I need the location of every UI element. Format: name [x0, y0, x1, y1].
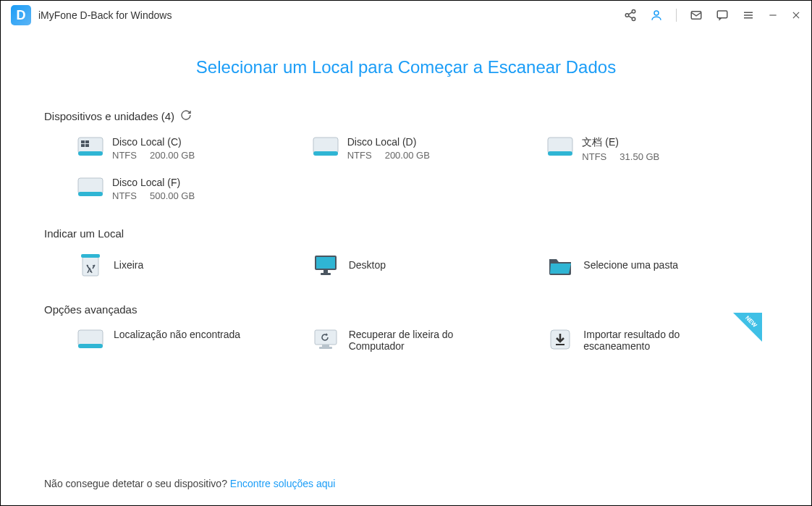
svg-rect-15 — [78, 151, 103, 156]
svg-rect-20 — [313, 138, 338, 153]
close-icon[interactable] — [791, 10, 801, 20]
svg-point-1 — [625, 14, 629, 17]
adv-label: Localização não encontrada — [114, 329, 240, 340]
locations-grid: Lixeira Desktop Selecione uma pasta — [44, 253, 768, 277]
svg-rect-39 — [319, 347, 332, 349]
recover-bin-icon — [313, 329, 339, 350]
titlebar-icons — [624, 9, 801, 22]
location-select-folder[interactable]: Selecione uma pasta — [547, 253, 768, 277]
adv-label: Recuperar de lixeira do Computador — [349, 329, 479, 352]
svg-point-2 — [632, 17, 635, 21]
desktop-icon — [313, 253, 339, 277]
location-label: Desktop — [349, 259, 386, 271]
svg-rect-21 — [313, 151, 338, 156]
menu-icon[interactable] — [742, 9, 755, 22]
svg-rect-38 — [322, 345, 329, 347]
share-icon[interactable] — [624, 9, 637, 22]
locations-heading: Indicar um Local — [44, 227, 768, 240]
svg-point-0 — [632, 10, 635, 14]
advanced-grid: Localização não encontrada Recuperar de … — [44, 329, 768, 352]
svg-point-5 — [654, 11, 659, 15]
user-icon[interactable] — [650, 9, 663, 22]
feedback-icon[interactable] — [716, 9, 729, 22]
footer: Não consegue detetar o seu dispositivo? … — [44, 478, 335, 489]
svg-rect-36 — [78, 344, 103, 348]
svg-rect-18 — [81, 144, 85, 147]
svg-rect-23 — [548, 151, 572, 156]
drive-size: 500.00 GB — [150, 190, 195, 201]
location-label: Lixeira — [114, 259, 143, 271]
drive-title: Disco Local (F) — [112, 177, 195, 188]
devices-heading: Dispositivos e unidades (4) — [44, 109, 768, 123]
page-title: Selecionar um Local para Começar a Escan… — [44, 57, 768, 77]
drive-e[interactable]: 文档 (E) NTFS31.50 GB — [547, 136, 768, 162]
drive-d[interactable]: Disco Local (D) NTFS200.00 GB — [313, 136, 533, 162]
svg-rect-19 — [85, 144, 89, 147]
svg-rect-33 — [323, 270, 328, 273]
drive-icon — [547, 136, 573, 158]
location-recycle-bin[interactable]: Lixeira — [77, 253, 298, 277]
drive-fs: NTFS — [582, 151, 619, 162]
svg-rect-35 — [78, 330, 103, 346]
download-icon — [547, 329, 573, 350]
svg-rect-25 — [78, 192, 103, 196]
drive-title: Disco Local (D) — [347, 136, 430, 148]
drive-size: 200.00 GB — [385, 150, 430, 161]
drive-f[interactable]: Disco Local (F) NTFS500.00 GB — [77, 177, 298, 201]
drive-fs: NTFS — [112, 150, 150, 161]
location-desktop[interactable]: Desktop — [313, 253, 533, 277]
drive-size: 200.00 GB — [150, 150, 195, 161]
svg-rect-32 — [316, 257, 335, 269]
devices-heading-text: Dispositivos e unidades (4) — [44, 110, 174, 122]
drive-c[interactable]: Disco Local (C) NTFS200.00 GB — [77, 136, 298, 162]
drives-grid: Disco Local (C) NTFS200.00 GB Disco Loca… — [44, 136, 768, 201]
separator — [676, 9, 677, 22]
minimize-icon[interactable] — [768, 10, 778, 20]
svg-line-3 — [628, 12, 632, 14]
svg-rect-34 — [321, 273, 331, 275]
app-title: iMyFone D-Back for Windows — [38, 9, 172, 21]
mail-icon[interactable] — [690, 9, 703, 22]
svg-rect-17 — [85, 140, 89, 143]
footer-link[interactable]: Encontre soluções aqui — [230, 478, 336, 489]
new-badge: NEW — [733, 313, 762, 345]
drive-windows-icon — [77, 136, 103, 158]
svg-rect-22 — [548, 138, 572, 153]
adv-lost-location[interactable]: Localização não encontrada — [77, 329, 298, 352]
drive-fs: NTFS — [112, 190, 150, 201]
svg-rect-27 — [81, 254, 100, 258]
adv-recover-computer-bin[interactable]: Recuperar de lixeira do Computador — [313, 329, 533, 352]
refresh-icon[interactable] — [180, 109, 192, 123]
drive-size: 31.50 GB — [619, 151, 659, 162]
drive-fs: NTFS — [347, 150, 385, 161]
recycle-bin-icon — [77, 253, 103, 277]
svg-rect-7 — [717, 11, 727, 18]
svg-rect-24 — [78, 178, 103, 194]
drive-icon — [313, 136, 339, 158]
svg-point-28 — [87, 265, 88, 266]
folder-icon — [547, 253, 573, 277]
titlebar: D iMyFone D-Back for Windows — [1, 1, 811, 30]
svg-line-4 — [628, 16, 632, 18]
footer-text: Não consegue detetar o seu dispositivo? — [44, 478, 227, 489]
advanced-heading: Opções avançadas — [44, 303, 768, 316]
svg-point-29 — [90, 271, 91, 272]
svg-rect-26 — [83, 257, 98, 276]
drive-icon — [77, 177, 103, 198]
drive-title: Disco Local (C) — [112, 136, 195, 148]
adv-import-scan-result[interactable]: NEW Importar resultado do escaneamento — [547, 329, 768, 352]
svg-rect-37 — [315, 330, 337, 345]
adv-label: Importar resultado do escaneamento — [583, 329, 714, 352]
drive-title: 文档 (E) — [582, 136, 659, 149]
app-logo: D — [11, 5, 31, 25]
svg-rect-16 — [81, 140, 85, 143]
svg-point-30 — [93, 265, 94, 266]
drive-icon — [77, 329, 103, 350]
location-label: Selecione uma pasta — [583, 259, 678, 271]
